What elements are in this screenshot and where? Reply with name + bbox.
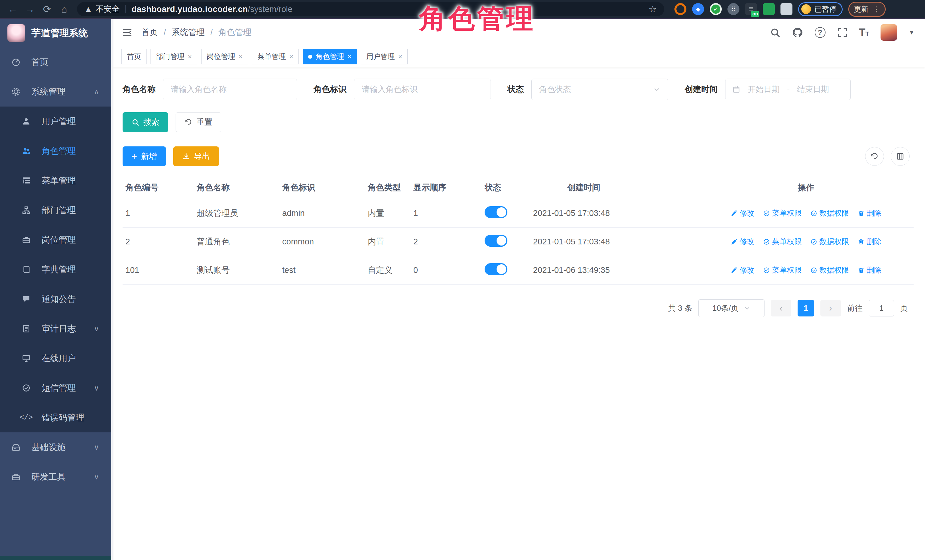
- status-toggle[interactable]: [485, 263, 508, 275]
- extension-icon[interactable]: ◆: [692, 3, 704, 15]
- sidebar-item-error-codes[interactable]: </> 错误码管理: [0, 403, 111, 432]
- breadcrumb-home[interactable]: 首页: [142, 27, 158, 38]
- collapse-menu-icon[interactable]: [121, 27, 133, 38]
- close-icon[interactable]: ×: [239, 53, 243, 60]
- page-size-select[interactable]: 10条/页: [698, 299, 765, 317]
- delete-link[interactable]: 删除: [858, 208, 882, 218]
- sidebar-item-menus[interactable]: 菜单管理: [0, 166, 111, 195]
- close-icon[interactable]: ×: [348, 53, 351, 60]
- delete-link[interactable]: 删除: [858, 265, 882, 275]
- tab-home[interactable]: 首页: [121, 49, 146, 65]
- menu-permission-link[interactable]: 菜单权限: [763, 208, 802, 218]
- cell-role-id: 101: [123, 266, 194, 275]
- github-icon[interactable]: [792, 27, 803, 38]
- sidebar-item-roles[interactable]: 角色管理: [0, 136, 111, 166]
- sidebar-item-users[interactable]: 用户管理: [0, 107, 111, 136]
- current-page-button[interactable]: 1: [798, 300, 814, 317]
- edit-link[interactable]: 修改: [731, 208, 755, 218]
- roles-table: 角色编号 角色名称 角色标识 角色类型 显示顺序 状态 创建时间 操作 1 超级…: [123, 176, 914, 285]
- delete-link[interactable]: 删除: [858, 237, 882, 247]
- edit-link[interactable]: 修改: [731, 265, 755, 275]
- tab-dept[interactable]: 部门管理×: [151, 49, 197, 65]
- data-permission-link[interactable]: 数据权限: [811, 208, 849, 218]
- extension-icon[interactable]: ✓: [710, 3, 722, 15]
- cell-role-name: 超级管理员: [194, 208, 279, 219]
- export-button[interactable]: 导出: [173, 146, 219, 166]
- goto-label: 前往: [847, 303, 863, 313]
- page-unit-label: 页: [900, 303, 908, 313]
- prev-page-button[interactable]: ‹: [771, 300, 791, 317]
- sidebar-item-audit-log[interactable]: 审计日志 ∨: [0, 314, 111, 344]
- sidebar-item-home[interactable]: 首页: [0, 47, 111, 77]
- sidebar-item-system[interactable]: 系统管理 ∧: [0, 77, 111, 107]
- divider: [125, 5, 126, 14]
- fullscreen-icon[interactable]: [837, 27, 848, 38]
- help-icon[interactable]: ?: [815, 27, 826, 38]
- sidebar-item-posts[interactable]: 岗位管理: [0, 225, 111, 255]
- menu-permission-link[interactable]: 菜单权限: [763, 237, 802, 247]
- sidebar-item-online-users[interactable]: 在线用户: [0, 344, 111, 373]
- date-range-picker[interactable]: 开始日期 - 结束日期: [725, 79, 851, 100]
- close-icon[interactable]: ×: [188, 53, 192, 60]
- browser-update-button[interactable]: 更新⋮: [848, 2, 886, 17]
- extension-icon[interactable]: ≣on: [745, 3, 757, 15]
- cell-created: 2021-01-06 13:49:35: [530, 266, 696, 275]
- reload-icon[interactable]: ⟳: [40, 2, 54, 16]
- tab-user[interactable]: 用户管理×: [361, 49, 408, 65]
- reset-button[interactable]: 重置: [176, 112, 221, 132]
- breadcrumb-system[interactable]: 系统管理: [172, 27, 205, 38]
- refresh-button[interactable]: [865, 147, 884, 166]
- create-time-label: 创建时间: [685, 84, 718, 95]
- add-button[interactable]: + 新增: [123, 146, 166, 166]
- next-page-button[interactable]: ›: [820, 300, 841, 317]
- tab-post[interactable]: 岗位管理×: [201, 49, 248, 65]
- edit-link[interactable]: 修改: [731, 237, 755, 247]
- security-label: 不安全: [96, 4, 120, 15]
- data-permission-link[interactable]: 数据权限: [811, 265, 849, 275]
- close-icon[interactable]: ×: [398, 53, 402, 60]
- status-toggle[interactable]: [485, 235, 508, 247]
- table-header-row: 角色编号 角色名称 角色标识 角色类型 显示顺序 状态 创建时间 操作: [123, 176, 914, 199]
- role-key-input[interactable]: [354, 79, 491, 100]
- emoji-icon: [801, 4, 811, 14]
- avatar-caret-icon[interactable]: ▼: [908, 29, 915, 36]
- status-select[interactable]: 角色状态: [531, 79, 668, 100]
- logo-row[interactable]: 芋道管理系统: [0, 19, 111, 47]
- sidebar-item-dict[interactable]: 字典管理: [0, 255, 111, 284]
- paused-extension-pill[interactable]: 已暂停: [798, 2, 843, 16]
- data-permission-link[interactable]: 数据权限: [811, 237, 849, 247]
- address-bar[interactable]: ▲ 不安全 dashboard.yudao.iocoder.cn /system…: [77, 2, 664, 16]
- cell-role-name: 普通角色: [194, 236, 279, 248]
- sidebar-item-sms[interactable]: 短信管理 ∨: [0, 373, 111, 403]
- extension-icon[interactable]: [675, 3, 686, 15]
- chevron-down-icon: [653, 86, 660, 93]
- goto-page-input[interactable]: [869, 300, 894, 317]
- close-icon[interactable]: ×: [289, 53, 293, 60]
- active-dot: [308, 55, 312, 59]
- sidebar-item-depts[interactable]: 部门管理: [0, 195, 111, 225]
- back-icon[interactable]: ←: [6, 2, 20, 16]
- extension-icon[interactable]: [763, 3, 775, 15]
- font-size-icon[interactable]: TT: [859, 27, 869, 39]
- forward-icon[interactable]: →: [23, 2, 37, 16]
- bookmark-star-icon[interactable]: ☆: [648, 4, 657, 15]
- search-button[interactable]: 搜索: [123, 112, 168, 132]
- cell-role-key: common: [279, 237, 365, 246]
- sidebar-item-devtools[interactable]: 研发工具 ∨: [0, 462, 111, 492]
- end-date-placeholder[interactable]: 结束日期: [797, 84, 829, 95]
- search-icon[interactable]: [770, 27, 780, 38]
- menu-permission-link[interactable]: 菜单权限: [763, 265, 802, 275]
- status-toggle[interactable]: [485, 206, 508, 218]
- extension-icon[interactable]: ⠿: [728, 3, 740, 15]
- tab-menu[interactable]: 菜单管理×: [252, 49, 299, 65]
- browser-menu-icon[interactable]: ⋮: [872, 5, 880, 14]
- role-name-input[interactable]: [163, 79, 297, 100]
- user-avatar[interactable]: [881, 24, 897, 41]
- sidebar-item-infra[interactable]: 基础设施 ∨: [0, 432, 111, 462]
- column-settings-button[interactable]: [891, 147, 910, 166]
- sidebar-item-notice[interactable]: 通知公告: [0, 284, 111, 314]
- extensions-puzzle-icon[interactable]: [780, 3, 792, 15]
- tab-role-active[interactable]: 角色管理×: [303, 49, 357, 65]
- start-date-placeholder[interactable]: 开始日期: [748, 84, 780, 95]
- home-icon[interactable]: ⌂: [57, 2, 71, 16]
